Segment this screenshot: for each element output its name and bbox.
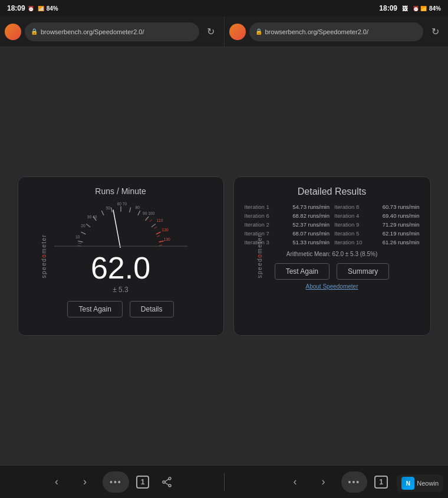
dots-right: ••• (348, 477, 361, 487)
arithmetic-mean: Arithmetic Mean: 62.0 ± 5.3 (8.5%) (286, 251, 377, 257)
iterations-grid: Iteration 154.73 runs/minIteration 860.7… (245, 203, 420, 246)
avatar-right (229, 24, 246, 40)
svg-text:20: 20 (81, 224, 85, 228)
svg-line-6 (81, 232, 85, 234)
svg-line-23 (154, 227, 157, 228)
url-bar-left[interactable]: 🔒 browserbench.org/Speedometer2.0/ (25, 22, 199, 41)
lock-icon-right: 🔒 (255, 28, 262, 35)
neowin-badge: N Neowin (397, 474, 443, 492)
svg-line-17 (159, 241, 163, 242)
svg-line-12 (129, 207, 130, 212)
svg-line-9 (101, 211, 104, 215)
status-bar-right: 18:09 🖼 ⏰ 📶 84% (379, 4, 441, 12)
nav-section-left: ‹ › ••• 1 (0, 471, 224, 493)
svg-text:50: 50 (106, 206, 110, 210)
tab-count[interactable]: 1 (136, 476, 150, 489)
refresh-btn-left[interactable]: ↻ (203, 24, 219, 40)
back-btn-left[interactable]: ‹ (46, 471, 67, 493)
svg-text:⏰: ⏰ (413, 5, 419, 11)
summary-btn[interactable]: Summary (337, 263, 389, 280)
more-btn-left[interactable]: ••• (103, 471, 129, 493)
right-card-buttons: Test Again Summary (275, 263, 390, 280)
svg-point-43 (169, 484, 171, 487)
back-btn-right[interactable]: ‹ (285, 471, 306, 493)
card-title-left: Runs / Minute (95, 186, 146, 196)
score-display: 62.0 (91, 253, 150, 283)
svg-line-14 (145, 217, 148, 221)
svg-line-38 (113, 210, 121, 248)
forward-btn-right[interactable]: › (313, 471, 334, 493)
svg-text:10: 10 (75, 235, 80, 239)
svg-point-41 (169, 477, 171, 480)
status-bar: 18:09 ⏰ 📶 84% 18:09 🖼 ⏰ 📶 84% (0, 0, 448, 17)
browser-chrome: 🔒 browserbench.org/Speedometer2.0/ ↻ 🔒 b… (0, 17, 448, 47)
main-content: speedometer Runs / Minute (0, 47, 448, 465)
svg-line-16 (156, 232, 160, 234)
gauge-container: 0 10 20 30 40 50 60 70 80 90 100 110 120… (28, 201, 214, 248)
details-btn[interactable]: Details (130, 301, 174, 317)
iter-row: Iteration 860.73 runs/min (334, 203, 420, 211)
left-card-buttons: Test Again Details (67, 301, 173, 317)
svg-text:110: 110 (156, 218, 163, 222)
battery-right: 84% (429, 5, 441, 12)
url-text-left: browserbench.org/Speedometer2.0/ (41, 28, 144, 35)
about-speedometer-link[interactable]: About Speedometer (306, 283, 358, 290)
browser-pane-left: 🔒 browserbench.org/Speedometer2.0/ ↻ (0, 17, 225, 47)
svg-text:90 100: 90 100 (142, 211, 154, 215)
dots-left: ••• (110, 477, 122, 487)
svg-text:80: 80 (135, 205, 140, 209)
share-btn[interactable] (156, 471, 177, 493)
iter-row: Iteration 562.19 runs/min (334, 230, 420, 237)
svg-text:⏰: ⏰ (28, 5, 35, 11)
refresh-btn-right[interactable]: ↻ (427, 24, 443, 40)
iter-row: Iteration 668.82 runs/min (245, 212, 330, 219)
svg-line-24 (157, 235, 160, 237)
svg-line-5 (78, 241, 83, 242)
image-icon: 🖼 (402, 5, 408, 12)
detailed-title: Detailed Results (298, 186, 367, 197)
detailed-results-card: speedometer Detailed Results Iteration 1… (233, 176, 431, 336)
svg-line-13 (137, 211, 140, 215)
vertical-text-right: speedometer (256, 234, 262, 279)
svg-text:130: 130 (163, 237, 170, 241)
status-icons-right: ⏰ 📶 84% (413, 5, 441, 12)
svg-line-10 (111, 207, 112, 212)
svg-line-25 (159, 245, 162, 245)
url-bar-right[interactable]: 🔒 browserbench.org/Speedometer2.0/ (249, 22, 424, 41)
tab-count-right[interactable]: 1 (374, 476, 388, 489)
time-left: 18:09 (7, 4, 25, 12)
svg-text:60 70: 60 70 (117, 202, 127, 206)
bottom-nav: ‹ › ••• 1 ‹ › ••• 1 N Neowin (0, 465, 448, 498)
gauge-svg: 0 10 20 30 40 50 60 70 80 90 100 110 120… (28, 201, 214, 248)
svg-text:30 40: 30 40 (87, 215, 97, 219)
browser-pane-right: 🔒 browserbench.org/Speedometer2.0/ ↻ (225, 17, 449, 47)
battery-left: 84% (47, 5, 58, 12)
speedometer-card: speedometer Runs / Minute (18, 176, 224, 336)
avatar-left (5, 24, 21, 40)
svg-line-15 (151, 224, 155, 227)
svg-text:📶: 📶 (420, 5, 427, 11)
iter-row: Iteration 1061.26 runs/min (334, 238, 420, 246)
status-bar-left: 18:09 ⏰ 📶 84% (7, 4, 58, 12)
iter-row: Iteration 252.37 runs/min (245, 221, 330, 228)
url-text-right: browserbench.org/Speedometer2.0/ (265, 28, 369, 35)
forward-btn-left[interactable]: › (74, 471, 95, 493)
svg-line-22 (149, 219, 151, 222)
svg-line-45 (165, 483, 169, 485)
iter-row: Iteration 971.29 runs/min (334, 221, 420, 228)
more-btn-right[interactable]: ••• (341, 471, 368, 493)
neowin-icon: N (401, 477, 414, 490)
iter-row: Iteration 154.73 runs/min (245, 203, 330, 211)
svg-point-42 (163, 481, 165, 483)
status-icons-left: ⏰ 📶 84% (28, 5, 58, 12)
svg-line-21 (78, 243, 81, 244)
test-again-btn-right[interactable]: Test Again (275, 263, 330, 280)
test-again-btn-left[interactable]: Test Again (67, 301, 122, 317)
iter-row: Iteration 469.40 runs/min (334, 212, 420, 219)
svg-line-44 (165, 479, 169, 481)
svg-line-7 (86, 224, 90, 227)
score-margin: ± 5.3 (113, 286, 129, 294)
svg-text:120: 120 (162, 228, 168, 232)
lock-icon-left: 🔒 (31, 28, 38, 35)
time-right: 18:09 (379, 4, 397, 12)
